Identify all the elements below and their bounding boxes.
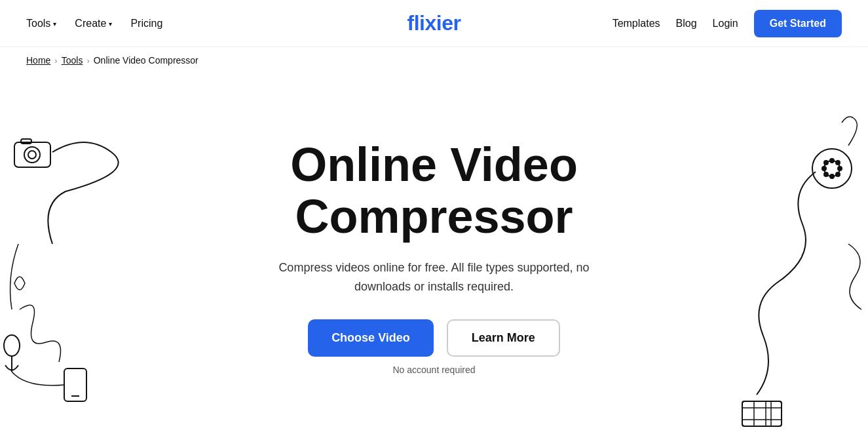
- nav-tools[interactable]: Tools ▾: [26, 18, 56, 30]
- hero-title: Online Video Compressor: [205, 139, 664, 243]
- site-logo[interactable]: flixier: [407, 11, 461, 35]
- svg-rect-3: [21, 139, 31, 144]
- choose-video-button[interactable]: Choose Video: [308, 319, 434, 357]
- nav-create[interactable]: Create ▾: [75, 18, 112, 30]
- svg-point-14: [823, 160, 829, 165]
- get-started-button[interactable]: Get Started: [754, 10, 842, 37]
- breadcrumb-sep-2: ›: [86, 56, 89, 66]
- svg-point-16: [823, 172, 829, 177]
- breadcrumb-tools[interactable]: Tools: [62, 55, 83, 66]
- nav-right: Templates Blog Login Get Started: [613, 10, 842, 37]
- chevron-down-icon: ▾: [53, 20, 56, 28]
- learn-more-button[interactable]: Learn More: [447, 319, 560, 357]
- deco-right-illustration: [724, 113, 868, 428]
- nav-pricing[interactable]: Pricing: [130, 18, 162, 30]
- svg-point-2: [28, 151, 36, 159]
- svg-point-9: [824, 161, 840, 176]
- svg-point-12: [821, 166, 827, 171]
- nav-templates[interactable]: Templates: [613, 18, 660, 30]
- svg-point-13: [837, 166, 842, 171]
- svg-point-4: [4, 335, 20, 356]
- svg-rect-19: [742, 401, 782, 408]
- nav-left: Tools ▾ Create ▾ Pricing: [26, 18, 162, 30]
- hero-section: Online Video Compressor Compress videos …: [0, 73, 868, 428]
- svg-rect-18: [742, 401, 782, 426]
- breadcrumb: Home › Tools › Online Video Compressor: [0, 47, 868, 73]
- hero-buttons: Choose Video Learn More: [308, 319, 560, 357]
- breadcrumb-sep-1: ›: [54, 56, 57, 66]
- svg-point-10: [829, 158, 835, 163]
- svg-rect-20: [742, 420, 782, 426]
- svg-point-8: [812, 149, 852, 188]
- svg-point-11: [829, 174, 835, 179]
- no-account-text: No account required: [392, 365, 475, 375]
- svg-point-15: [835, 160, 840, 165]
- navbar: Tools ▾ Create ▾ Pricing flixier Templat…: [0, 0, 868, 47]
- svg-rect-6: [64, 368, 86, 401]
- hero-subtitle: Compress videos online for free. All fil…: [264, 258, 605, 296]
- svg-point-17: [835, 172, 840, 177]
- svg-rect-0: [14, 142, 50, 167]
- breadcrumb-home[interactable]: Home: [26, 55, 50, 66]
- nav-login[interactable]: Login: [713, 18, 738, 30]
- chevron-down-icon: ▾: [109, 20, 112, 28]
- svg-point-1: [24, 147, 40, 163]
- breadcrumb-current: Online Video Compressor: [94, 55, 198, 66]
- deco-left-illustration: [0, 113, 131, 428]
- nav-blog[interactable]: Blog: [676, 18, 697, 30]
